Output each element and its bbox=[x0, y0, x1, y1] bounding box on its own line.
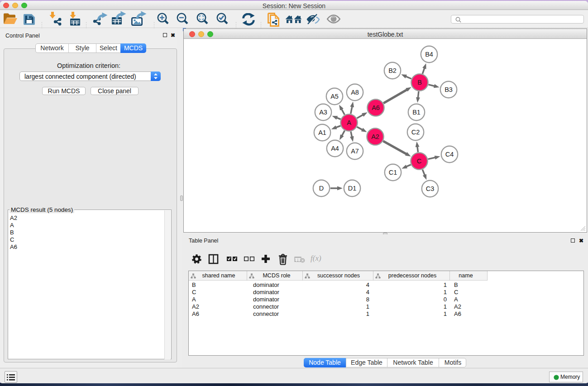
svg-text:A2: A2 bbox=[371, 133, 379, 140]
svg-text:B3: B3 bbox=[445, 86, 453, 93]
svg-text:C: C bbox=[417, 157, 421, 165]
svg-text:C2: C2 bbox=[411, 129, 420, 136]
svg-text:A1: A1 bbox=[318, 129, 326, 136]
svg-text:A5: A5 bbox=[330, 93, 339, 100]
svg-text:A3: A3 bbox=[319, 109, 327, 116]
svg-text:A6: A6 bbox=[372, 104, 380, 111]
svg-text:A7: A7 bbox=[351, 148, 359, 155]
svg-text:D1: D1 bbox=[348, 185, 357, 192]
svg-text:C3: C3 bbox=[426, 185, 435, 192]
svg-text:A4: A4 bbox=[331, 145, 339, 152]
svg-text:A8: A8 bbox=[351, 89, 359, 96]
svg-text:B: B bbox=[417, 79, 422, 86]
svg-text:C1: C1 bbox=[389, 169, 397, 176]
svg-text:B1: B1 bbox=[412, 109, 421, 116]
svg-text:C4: C4 bbox=[445, 151, 454, 158]
svg-text:B2: B2 bbox=[388, 67, 397, 74]
svg-text:D: D bbox=[319, 185, 324, 192]
svg-text:A: A bbox=[347, 119, 351, 126]
svg-text:B4: B4 bbox=[425, 51, 433, 58]
